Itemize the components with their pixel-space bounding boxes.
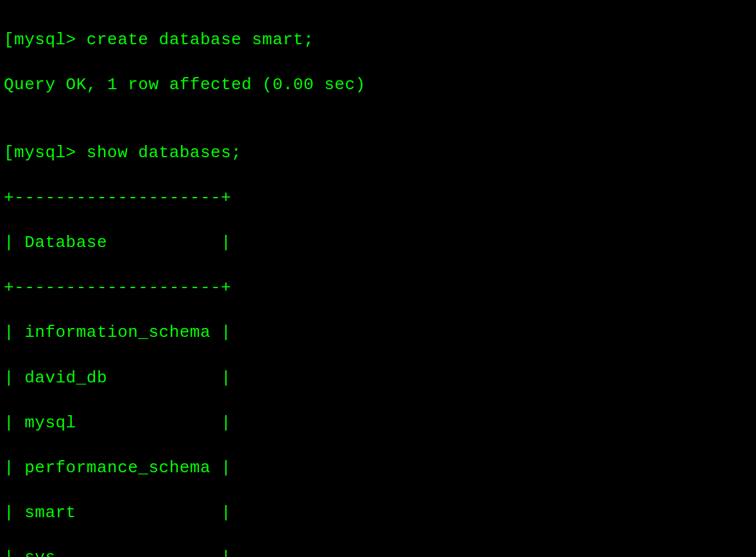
table-row: | smart |: [4, 502, 752, 524]
table-row: | david_db |: [4, 367, 752, 390]
table-border: +--------------------+: [4, 277, 752, 299]
query-result-line: Query OK, 1 row affected (0.00 sec): [4, 74, 752, 96]
table-row: | mysql |: [4, 412, 752, 434]
table-border: +--------------------+: [4, 187, 752, 209]
table-row: | performance_schema |: [4, 457, 752, 479]
terminal-output[interactable]: [mysql> create database smart; Query OK,…: [4, 6, 752, 557]
table-header: | Database |: [4, 232, 752, 254]
table-row: | information_schema |: [4, 321, 752, 344]
mysql-prompt-line: [mysql> show databases;: [4, 142, 752, 164]
table-row: | sys |: [4, 547, 752, 557]
mysql-prompt-line: [mysql> create database smart;: [4, 29, 752, 51]
